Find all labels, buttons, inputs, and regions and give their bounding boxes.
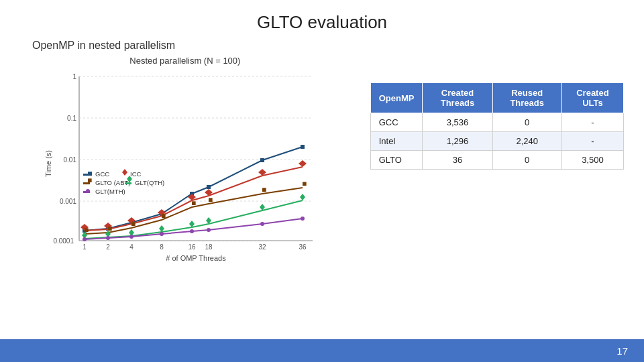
svg-text:36: 36 <box>299 243 307 251</box>
svg-rect-28 <box>260 158 264 162</box>
table-cell: 2,240 <box>492 132 561 151</box>
svg-point-59 <box>207 228 211 232</box>
table-area: OpenMP Created Threads Reused Threads Cr… <box>370 82 624 170</box>
col-header-created: Created Threads <box>423 83 492 113</box>
svg-text:0.001: 0.001 <box>60 198 76 205</box>
svg-text:8: 8 <box>160 243 164 251</box>
col-header-ults: Created ULTs <box>561 83 623 113</box>
section-subtitle: OpenMP in nested parallelism <box>32 40 644 52</box>
svg-point-74 <box>86 189 90 193</box>
svg-point-57 <box>160 232 164 236</box>
footer-bar: 17 <box>0 339 644 362</box>
table-cell: 36 <box>423 151 492 170</box>
table-row: GLTO3603,500 <box>370 151 623 170</box>
svg-marker-49 <box>159 225 164 232</box>
svg-text:0.1: 0.1 <box>67 115 76 122</box>
table-cell: 0 <box>492 113 561 132</box>
svg-text:0.01: 0.01 <box>63 156 76 164</box>
chart-svg: 1 0.1 0.01 0.001 0.0001 Time (s) 1 2 4 8… <box>44 70 326 271</box>
col-header-openmp: OpenMP <box>370 83 423 113</box>
svg-text:GCC: GCC <box>95 170 109 178</box>
page-title: GLTO evaluation <box>0 0 644 40</box>
svg-text:16: 16 <box>188 243 196 251</box>
svg-text:# of OMP Threads: # of OMP Threads <box>166 254 226 262</box>
svg-text:18: 18 <box>205 243 213 251</box>
table-row: Intel1,2962,240- <box>370 132 623 151</box>
svg-point-56 <box>129 235 133 239</box>
svg-rect-27 <box>207 185 211 189</box>
svg-text:Time (s): Time (s) <box>44 150 52 177</box>
data-table: OpenMP Created Threads Reused Threads Cr… <box>370 82 624 170</box>
table-cell: GCC <box>370 113 423 132</box>
svg-text:32: 32 <box>258 243 266 251</box>
svg-text:GLT(QTH): GLT(QTH) <box>135 179 164 186</box>
svg-marker-65 <box>122 169 127 176</box>
svg-text:GLT(MTH): GLT(MTH) <box>95 188 125 195</box>
svg-marker-45 <box>301 180 308 188</box>
table-cell: 0 <box>492 151 561 170</box>
svg-rect-63 <box>88 172 92 176</box>
svg-point-54 <box>83 237 87 241</box>
table-cell: - <box>561 132 623 151</box>
table-cell: 1,296 <box>423 132 492 151</box>
svg-rect-70 <box>125 182 131 184</box>
svg-text:0.0001: 0.0001 <box>53 237 74 245</box>
svg-text:1: 1 <box>83 243 87 251</box>
svg-point-60 <box>260 222 264 226</box>
svg-text:4: 4 <box>129 243 133 251</box>
svg-point-55 <box>106 236 110 240</box>
svg-text:1: 1 <box>72 73 76 80</box>
table-row: GCC3,5360- <box>370 113 623 132</box>
chart-title: Nested parallelism (N = 100) <box>129 56 240 66</box>
table-cell: 3,536 <box>423 113 492 132</box>
chart-area: Nested parallelism (N = 100) 1 0.1 0.01 … <box>20 56 350 271</box>
content-area: Nested parallelism (N = 100) 1 0.1 0.01 … <box>0 56 644 271</box>
svg-point-58 <box>190 229 194 233</box>
col-header-reused: Reused Threads <box>492 83 561 113</box>
table-cell: GLTO <box>370 151 423 170</box>
table-cell: Intel <box>370 132 423 151</box>
svg-text:2: 2 <box>106 243 110 251</box>
page-number: 17 <box>616 345 628 357</box>
table-cell: - <box>561 113 623 132</box>
table-cell: 3,500 <box>561 151 623 170</box>
svg-marker-53 <box>300 194 305 200</box>
svg-text:ICC: ICC <box>130 170 142 178</box>
svg-point-61 <box>301 217 305 221</box>
svg-rect-67 <box>83 182 90 184</box>
chart-container: 1 0.1 0.01 0.001 0.0001 Time (s) 1 2 4 8… <box>44 70 326 271</box>
svg-rect-29 <box>301 145 305 149</box>
svg-marker-37 <box>299 160 307 167</box>
